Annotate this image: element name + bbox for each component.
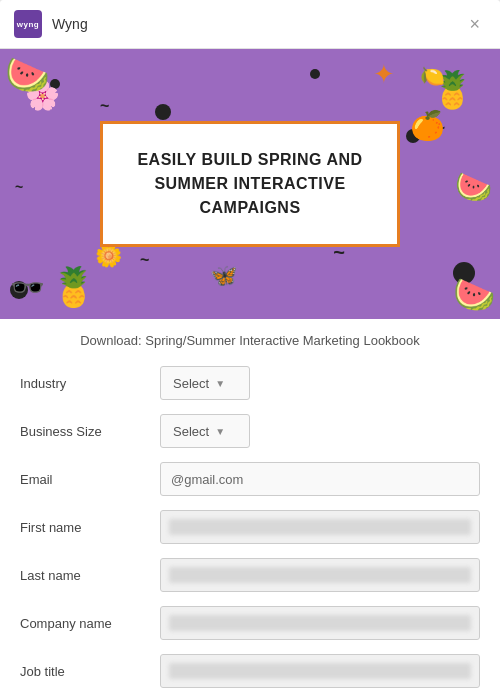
deco-squiggle-5: ~ xyxy=(15,179,23,195)
label-job-title: Job title xyxy=(20,664,160,679)
deco-dot-6 xyxy=(310,69,320,79)
hero-box: EASILY BUILD SPRING AND SUMMER INTERACTI… xyxy=(100,121,400,247)
field-row-first-name: First name xyxy=(20,510,480,544)
titlebar: wyng Wyng × xyxy=(0,0,500,49)
modal-container: wyng Wyng × ~ ~ ~ ~ ~ ✦ 🌸 🍍 🍍 🍉 🍉 🍉 xyxy=(0,0,500,692)
deco-citrus: 🍊 xyxy=(410,109,445,142)
hero-banner: ~ ~ ~ ~ ~ ✦ 🌸 🍍 🍍 🍉 🍉 🍉 🕶️ 🦋 🍊 🌼 🍋 EASIL… xyxy=(0,49,500,319)
deco-squiggle-2: ~ xyxy=(140,251,149,269)
modal-title: Wyng xyxy=(52,16,463,32)
chevron-down-icon-2: ▼ xyxy=(215,426,225,437)
select-industry[interactable]: Select ▼ xyxy=(160,366,250,400)
deco-sunglasses: 🕶️ xyxy=(10,271,45,304)
wyng-logo: wyng xyxy=(14,10,42,38)
label-email: Email xyxy=(20,472,160,487)
label-company-name: Company name xyxy=(20,616,160,631)
field-row-industry: Industry Select ▼ xyxy=(20,366,480,400)
field-row-last-name: Last name xyxy=(20,558,480,592)
form-subtitle: Download: Spring/Summer Interactive Mark… xyxy=(20,333,480,348)
logo-text: wyng xyxy=(17,20,39,29)
deco-watermelon-2: 🍉 xyxy=(455,169,492,204)
deco-dot-1 xyxy=(155,104,171,120)
select-business-size[interactable]: Select ▼ xyxy=(160,414,250,448)
label-first-name: First name xyxy=(20,520,160,535)
label-business-size: Business Size xyxy=(20,424,160,439)
job-title-input[interactable] xyxy=(160,654,480,688)
label-last-name: Last name xyxy=(20,568,160,583)
field-row-business-size: Business Size Select ▼ xyxy=(20,414,480,448)
chevron-down-icon: ▼ xyxy=(215,378,225,389)
deco-squiggle-1: ~ xyxy=(100,97,109,115)
deco-watermelon-3: 🍉 xyxy=(453,274,495,314)
first-name-input[interactable] xyxy=(160,510,480,544)
deco-watermelon-1: 🍉 xyxy=(5,54,50,96)
field-row-company-name: Company name xyxy=(20,606,480,640)
last-name-input[interactable] xyxy=(160,558,480,592)
form-section: Download: Spring/Summer Interactive Mark… xyxy=(0,319,500,692)
company-name-input[interactable] xyxy=(160,606,480,640)
deco-star: ✦ xyxy=(373,59,395,90)
email-input[interactable] xyxy=(160,462,480,496)
deco-lemon: 🍋 xyxy=(420,64,445,88)
hero-main-text: EASILY BUILD SPRING AND SUMMER INTERACTI… xyxy=(137,151,362,216)
deco-butterfly: 🦋 xyxy=(210,263,237,289)
field-row-job-title: Job title xyxy=(20,654,480,688)
close-button[interactable]: × xyxy=(463,12,486,37)
field-row-email: Email xyxy=(20,462,480,496)
deco-pineapple-1: 🍍 xyxy=(50,265,97,309)
label-industry: Industry xyxy=(20,376,160,391)
